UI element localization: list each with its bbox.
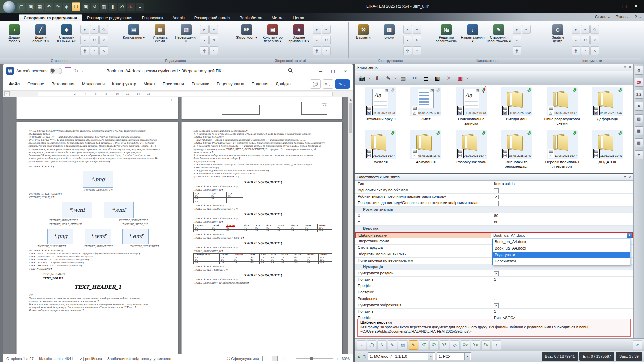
report-item-ДОДАТОК[interactable]: ⇄A11.06.2025 10:49ДОДАТОК [585,130,631,173]
property-value[interactable]: . [492,296,633,302]
lock-icon[interactable]: ▮ [109,3,117,11]
small-tool-button[interactable]: ◇ [99,25,108,34]
report-item-Деформації[interactable]: ⇄A06.06.2025 16:47Деформації [585,87,631,130]
text-format-icon[interactable]: Aa [127,3,135,11]
report-item-Опис розрахункової схеми[interactable]: ⇄A06.06.2025 16:47Опис розрахункової схе… [539,87,585,130]
small-tool-button[interactable]: ▫ [90,46,99,55]
property-row-Відновити схему по об'ємам[interactable]: Відновити схему по об'ємам [355,187,633,194]
ruler[interactable]: ⌐ 246810121416 [3,91,353,97]
page-indicator[interactable]: Сторінка 1 з 27 [6,357,34,361]
focus-button[interactable]: ⛶Сфокусуватися [227,357,259,361]
dropdown-caret-icon[interactable]: ▾ [467,77,468,80]
report-item-Вихідні дані[interactable]: ⇄A11.06.2025 10:45Вихідні дані [494,87,540,130]
word-close-button[interactable]: ✕ [344,69,347,74]
undo-icon[interactable]: ↶ [45,3,53,11]
property-row-Повертатися до вигляду/Оновлювати з поточними колірними налаш...[interactable]: Повертатися до вигляду/Оновлювати з пото… [355,200,633,207]
small-tool-button[interactable]: ▪ [200,36,209,44]
element-button[interactable]: ╱Додати елемент ▾ [28,24,53,43]
find-center-button[interactable]: GЗнайти центр [545,24,570,43]
ruler-corner-icon[interactable]: ⌐ [4,91,10,96]
tab-Розширене редагування[interactable]: Розширене редагування [82,15,137,21]
small-tool-button[interactable]: ≡ [413,25,421,34]
small-tool-button[interactable]: ≡ [522,25,531,34]
report-item-Армування[interactable]: ⇄A06.06.2025 16:47Армування [403,130,449,173]
report-item-Розрахунок паль[interactable]: ⇄A06.06.2025 16:47Розрахунок паль [448,130,494,173]
small-tool-button[interactable]: ↻ [581,36,590,44]
panel-close-icon[interactable]: ✕ [629,65,632,70]
move-scheme-button[interactable]: ▧Переміщення ▾ [174,24,199,43]
checkbox-checked[interactable]: ✓ [494,271,499,276]
pen-button[interactable]: ✎⌄ [323,79,333,89]
report-item-Пояснювальна записка[interactable]: Aa⇄A11.06.2025 10:48Пояснювальна записка [448,87,494,130]
property-row-Роздільник[interactable]: Роздільник. [355,296,633,302]
word-count[interactable]: Кількість слів: 4641 [39,357,73,361]
checkbox-checked[interactable]: ✓ [494,195,499,199]
autosave-toggle[interactable] [50,68,62,74]
word-menu-Макет[interactable]: Макет [140,80,159,88]
property-value[interactable]: ✓ [492,270,633,276]
web-layout-button[interactable] [281,356,287,361]
panel-icon[interactable]: ▤ [635,114,643,123]
tab-Аналіз[interactable]: Аналіз [168,15,189,21]
small-tool-button[interactable]: ≡ [581,25,590,34]
report-item-Висновки та рекомендації[interactable]: ⇄A06.06.2025 16:47Висновки та рекомендац… [494,130,540,173]
load-editor-button[interactable]: №Редактор завантажень [434,24,459,43]
property-row-Почати з[interactable]: Почати з1 [355,277,633,283]
north-arrow-button[interactable]: N [377,340,387,350]
pack-scheme-button[interactable]: ▦Упаковка схеми [148,24,172,43]
tools-icon[interactable]: ✦ [635,150,643,159]
property-value[interactable] [492,283,633,289]
property-row-Нумерувати зображення[interactable]: Нумерувати зображення✓ [355,302,633,309]
dropdown-item-Book_en_A4.docx[interactable]: Book_en_A4.docx [493,239,630,245]
settings-icon[interactable]: ⚙ [635,66,643,75]
dropdown-caret-icon[interactable]: ▾ [395,77,396,80]
property-row-Y[interactable]: Y80 [355,219,633,226]
menu-Стиль[interactable]: Стиль ⌄ [595,15,611,19]
pin-icon[interactable]: ▾ [624,65,626,70]
more-icon[interactable]: ≡ [136,3,144,11]
report-item-Зусилля[interactable]: ⇄A06.06.2025 16:47Зусилля [358,130,403,173]
property-row-Префікс[interactable]: Префікс [355,283,633,289]
property-value[interactable]: ✓ [492,302,633,308]
checkbox-checked[interactable]: ✓ [494,303,499,308]
property-value[interactable]: 80 [492,219,633,225]
pencil-button[interactable]: ✎ [388,340,397,350]
print-layout-button[interactable] [272,356,278,361]
small-tool-button[interactable]: ↻ [209,36,218,44]
print-scheme-icon[interactable]: ▣ [455,73,465,83]
report-item-Перелік посилань і літератури[interactable]: ⇄A11.06.2025 16:47Перелік посилань і літ… [539,130,585,173]
dropdown-item-Редагувати[interactable]: Редагувати [493,252,630,258]
tab-Розрахунок[interactable]: Розрахунок [137,15,168,21]
word-menu-Основне[interactable]: Основне [23,80,48,88]
paste-icon[interactable]: ▧ [433,73,442,83]
property-value[interactable]: Book_ua_A4.docx▼ [491,233,632,238]
updown-icon[interactable]: ⇅ [363,354,366,359]
property-value[interactable] [492,187,633,193]
edit-item-icon[interactable]: ✎ [384,73,393,83]
word-menu-Рецензування[interactable]: Рецензування [213,80,248,88]
minimize-button[interactable]: ─ [611,3,615,9]
tab-Створення та редагування[interactable]: Створення та редагування [19,14,82,21]
property-row-Постфікс[interactable]: Постфікс [355,289,633,296]
loads-button[interactable]: ↓Навантаження ▾ [460,24,485,43]
editing-mode-button[interactable]: ✎⌄ [335,79,350,89]
small-tool-button[interactable]: ▸ [572,25,580,34]
home-view-button[interactable]: ⟳ [633,340,642,350]
small-tool-button[interactable]: ╬ [513,46,521,55]
small-tool-button[interactable]: ▪ [313,36,321,44]
view-3d-icon[interactable]: ◈ [63,3,71,11]
small-tool-button[interactable]: ▫ [581,46,590,55]
word-menu-Файл[interactable]: Файл [5,80,23,88]
dimension-button[interactable]: ↕ [492,340,501,350]
flash-button[interactable]: ↯ [409,340,418,350]
tab-Розширений аналіз[interactable]: Розширений аналіз [190,15,235,21]
small-tool-button[interactable]: ▸ [403,25,412,34]
open-icon[interactable]: ▣ [26,3,35,11]
diagram-icon[interactable]: ▥ [100,3,108,11]
new-document-icon[interactable]: ▢ [17,3,25,11]
language-indicator[interactable]: ✓російська [79,357,102,361]
property-row-Почати з[interactable]: Почати з1 [355,309,633,315]
checkbox[interactable] [494,201,499,206]
si-units-icon[interactable]: Si [118,3,126,11]
property-row-Робити знімки з поточними параметрами кольору[interactable]: Робити знімки з поточними параметрами ко… [355,194,633,200]
